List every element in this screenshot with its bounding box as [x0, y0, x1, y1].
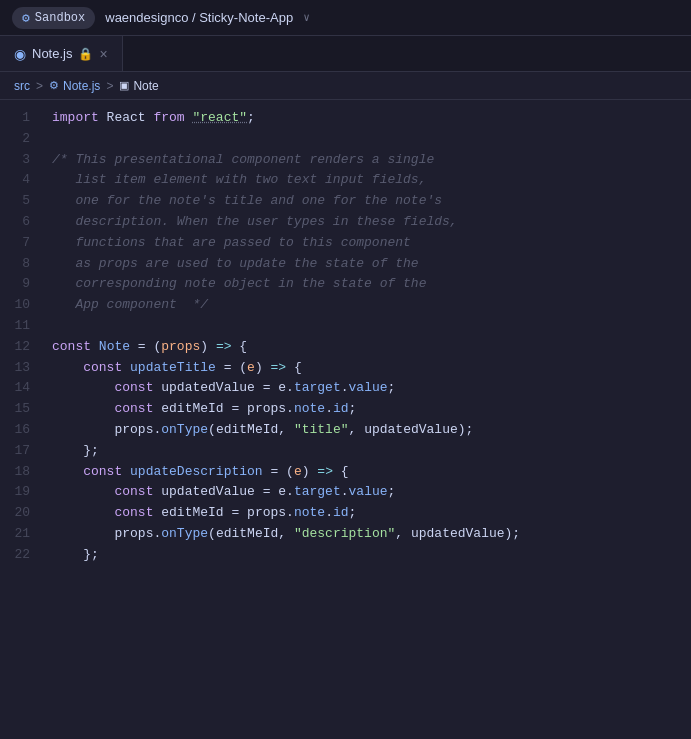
token — [91, 339, 99, 354]
code-line: const editMeId = props.note.id; — [52, 399, 691, 420]
line-number: 13 — [0, 358, 44, 379]
function-name: updateTitle — [130, 360, 216, 375]
close-icon[interactable]: × — [99, 46, 107, 62]
line-number: 4 — [0, 170, 44, 191]
token: . — [325, 401, 333, 416]
token: editMeId — [216, 526, 278, 541]
token — [52, 505, 114, 520]
line-number: 3 — [0, 150, 44, 171]
token: e — [294, 464, 302, 479]
code-line: list item element with two text input fi… — [52, 170, 691, 191]
code-line: const updateDescription = (e) => { — [52, 462, 691, 483]
code-line: functions that are passed to this compon… — [52, 233, 691, 254]
token: ; — [349, 401, 357, 416]
line-number: 21 — [0, 524, 44, 545]
tab-notejs[interactable]: ◉ Note.js 🔒 × — [0, 36, 123, 71]
breadcrumb-notejs[interactable]: ⚙ Note.js — [49, 79, 100, 93]
token: . — [286, 380, 294, 395]
tab-bar: ◉ Note.js 🔒 × — [0, 36, 691, 72]
token — [52, 422, 114, 437]
token — [52, 464, 83, 479]
breadcrumb-src[interactable]: src — [14, 79, 30, 93]
line-number: 18 — [0, 462, 44, 483]
token: { — [333, 464, 349, 479]
token — [52, 526, 114, 541]
code-line: props.onType(editMeId, "title", updatedV… — [52, 420, 691, 441]
token: props — [247, 401, 286, 416]
keyword: const — [52, 339, 91, 354]
token: => — [317, 464, 333, 479]
code-content[interactable]: import React from "react"; /* This prese… — [44, 100, 691, 739]
line-number: 9 — [0, 274, 44, 295]
token: . — [286, 505, 294, 520]
string: "title" — [294, 422, 349, 437]
token: ; — [388, 484, 396, 499]
code-line: one for the note's title and one for the… — [52, 191, 691, 212]
breadcrumb-sep1: > — [36, 79, 43, 93]
token: => — [216, 339, 232, 354]
keyword: const — [83, 464, 122, 479]
breadcrumb-notejs-label: Note.js — [63, 79, 100, 93]
token — [122, 464, 130, 479]
sandbox-icon: ⚙ — [22, 10, 30, 26]
title-bar: ⚙ Sandbox waendesignco / Sticky-Note-App… — [0, 0, 691, 36]
token: updatedValue — [161, 484, 255, 499]
line-number: 10 — [0, 295, 44, 316]
code-line: as props are used to update the state of… — [52, 254, 691, 275]
line-number: 11 — [0, 316, 44, 337]
sandbox-label: Sandbox — [35, 11, 85, 25]
token: props — [114, 422, 153, 437]
function-name: updateDescription — [130, 464, 263, 479]
token: = ( — [130, 339, 161, 354]
chevron-down-icon[interactable]: ∨ — [303, 11, 310, 24]
token: ; — [349, 505, 357, 520]
file-icon-bc: ⚙ — [49, 79, 59, 92]
token: . — [286, 484, 294, 499]
token: , — [278, 422, 294, 437]
token: props — [247, 505, 286, 520]
token: ) — [255, 360, 263, 375]
code-line: const editMeId = props.note.id; — [52, 503, 691, 524]
repo-title[interactable]: waendesignco / Sticky-Note-App — [105, 10, 293, 25]
sandbox-badge[interactable]: ⚙ Sandbox — [12, 7, 95, 29]
token: , — [395, 526, 411, 541]
breadcrumb-note[interactable]: ▣ Note — [119, 79, 158, 93]
code-line: const updatedValue = e.target.value; — [52, 482, 691, 503]
token: e — [247, 360, 255, 375]
token: updatedValue — [161, 380, 255, 395]
token: target — [294, 380, 341, 395]
token: updatedValue — [411, 526, 505, 541]
keyword: const — [114, 505, 153, 520]
line-number: 7 — [0, 233, 44, 254]
token: editMeId — [216, 422, 278, 437]
token: = — [255, 380, 278, 395]
token — [52, 484, 114, 499]
token: = — [224, 401, 247, 416]
line-number: 8 — [0, 254, 44, 275]
code-line — [52, 129, 691, 150]
token: ); — [505, 526, 521, 541]
token — [208, 339, 216, 354]
breadcrumb-src-label: src — [14, 79, 30, 93]
token: updatedValue — [364, 422, 458, 437]
token: . — [325, 505, 333, 520]
token: ( — [208, 422, 216, 437]
keyword: const — [114, 380, 153, 395]
code-line: App component */ — [52, 295, 691, 316]
line-number: 2 — [0, 129, 44, 150]
line-number: 20 — [0, 503, 44, 524]
code-line: const updatedValue = e.target.value; — [52, 378, 691, 399]
code-line — [52, 316, 691, 337]
token — [52, 443, 83, 458]
tab-filename: Note.js — [32, 46, 72, 61]
token: target — [294, 484, 341, 499]
token: = ( — [216, 360, 247, 375]
token: . — [341, 484, 349, 499]
component-icon: ▣ — [119, 79, 129, 92]
code-line: /* This presentational component renders… — [52, 150, 691, 171]
line-number: 19 — [0, 482, 44, 503]
token: = ( — [263, 464, 294, 479]
line-number: 6 — [0, 212, 44, 233]
lock-icon: 🔒 — [78, 47, 93, 61]
token — [52, 547, 83, 562]
